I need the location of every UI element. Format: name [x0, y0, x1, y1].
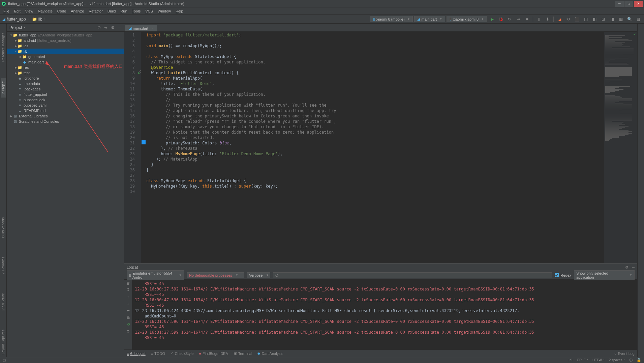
menu-analyze[interactable]: Analyze — [69, 8, 86, 14]
down-icon[interactable]: ↓ — [127, 302, 129, 306]
tree-item[interactable]: ≡flutter_app.iml — [7, 92, 124, 97]
encoding[interactable]: UTF-8 ÷ — [592, 358, 605, 362]
run-button[interactable]: ▶ — [488, 16, 496, 23]
scroll-end-icon[interactable]: ↧ — [127, 288, 130, 292]
event-log-button[interactable]: ○ Event Log — [614, 352, 635, 356]
menu-window[interactable]: Window — [156, 8, 173, 14]
indent[interactable]: 2 spaces ÷ — [609, 358, 625, 362]
menu-refactor[interactable]: Refactor — [87, 8, 105, 14]
menu-tools[interactable]: Tools — [130, 8, 143, 14]
bottom-tab[interactable]: ✓CheckStyle — [171, 351, 194, 356]
tree-item[interactable]: ≡.metadata — [7, 81, 124, 86]
sidebar-tab-project[interactable]: 1: Project — [1, 78, 6, 97]
sidebar-tab-build-variants[interactable]: Build Variants — [1, 215, 6, 241]
editor-tab-main[interactable]: ◢ main.dart × — [125, 25, 157, 31]
tree-item[interactable]: ▼📁lib — [7, 49, 124, 54]
search-button[interactable]: 🔍 — [626, 16, 633, 23]
menu-navigate[interactable]: Navigate — [36, 8, 54, 14]
lock-icon[interactable]: 🔒 — [637, 358, 641, 362]
menu-vcs[interactable]: VCS — [143, 8, 155, 14]
target-selector[interactable]: ▯ xiaomi xiaomi 8 ▼ — [447, 16, 487, 22]
debug-button[interactable]: 🐞 — [497, 16, 504, 23]
stop-button[interactable]: ■ — [523, 16, 531, 23]
wrap-icon[interactable]: ↩ — [127, 308, 130, 313]
regex-label: Regex — [560, 273, 571, 277]
sync-button[interactable]: ⟲ — [564, 16, 572, 23]
context-icon[interactable]: ⓘ — [629, 358, 633, 363]
tree-item[interactable]: ▶📁ios — [7, 43, 124, 49]
tree-item[interactable]: ▶📁generated — [7, 54, 124, 59]
tool3-button[interactable]: ⊡ — [600, 16, 607, 23]
restart-icon[interactable]: ⟲ — [127, 322, 130, 327]
menu-edit[interactable]: Edit — [12, 8, 23, 14]
profile-button[interactable]: ⟳ — [506, 16, 513, 23]
rerun-button[interactable]: ⬛ — [573, 16, 581, 23]
sidebar-tab-favorites[interactable]: 2: Favorites — [1, 254, 6, 277]
tree-item[interactable]: ≡pubspec.lock — [7, 97, 124, 103]
hide-icon[interactable]: ─ — [118, 25, 121, 30]
settings-button[interactable]: ▦ — [635, 16, 642, 23]
logcat-content[interactable]: RSSI=-4512-23 16:30:27.592 1614-1674/? E… — [132, 280, 637, 350]
project-tree[interactable]: main.dart 类是我们程序的入口 ▼📁flutter_appE:\Andr… — [7, 32, 124, 357]
bottom-tab[interactable]: ≡TODO — [151, 352, 165, 356]
tree-item[interactable]: ▶📁test — [7, 70, 124, 76]
hide-panels-icon[interactable]: ▢ — [3, 358, 6, 362]
tree-item[interactable]: ≡.packages — [7, 86, 124, 92]
tree-item[interactable]: ▶📁android[flutter_app_android] — [7, 38, 124, 43]
breadcrumb-project[interactable]: flutter_app — [7, 17, 26, 22]
menu-run[interactable]: Run — [118, 8, 129, 14]
bottom-tab[interactable]: ≡6: Logcat — [127, 352, 146, 356]
tree-item[interactable]: ▼📁flutter_appE:\Android_workplace\flutte… — [7, 32, 124, 38]
trash-icon[interactable]: 🗑 — [126, 281, 130, 285]
tree-item[interactable]: ≡pubspec.yaml — [7, 103, 124, 108]
gear-icon[interactable]: ⚙ — [126, 329, 130, 334]
print-icon[interactable]: 🖶 — [126, 315, 130, 319]
up-icon[interactable]: ↑ — [127, 295, 129, 299]
tool5-button[interactable]: ▦ — [617, 16, 624, 23]
device-selector[interactable]: ▯ xiaomi 8 (mobile) ▼ — [370, 16, 413, 22]
minimize-button[interactable]: ─ — [615, 1, 624, 7]
logcat-level-select[interactable]: Verbose ▼ — [247, 272, 270, 278]
flutter-inspector-button[interactable]: ◢ — [556, 16, 563, 23]
tree-item[interactable]: ◆.gitignore — [7, 76, 124, 81]
menu-help[interactable]: Help — [174, 8, 185, 14]
bottom-tab[interactable]: ◆Dart Analysis — [257, 351, 283, 356]
logcat-filter-select[interactable]: Show only selected application ▼ — [574, 270, 635, 280]
menu-view[interactable]: View — [23, 8, 35, 14]
sidebar-tab-layout-captures[interactable]: Layout Captures — [1, 327, 6, 357]
logcat-regex-checkbox[interactable]: Regex — [555, 273, 571, 277]
gear-icon[interactable]: ⚙ — [625, 265, 628, 270]
tree-item[interactable]: ≡README.md — [7, 108, 124, 113]
locate-icon[interactable]: ⊙ — [97, 25, 101, 30]
collapse-icon[interactable]: ⇔ — [104, 25, 108, 30]
attach-button[interactable]: ⇥ — [515, 16, 522, 23]
line-ending[interactable]: CRLF ÷ — [577, 358, 588, 362]
close-button[interactable]: ✕ — [634, 1, 643, 7]
tree-item[interactable]: ⊡Scratches and Consoles — [7, 119, 124, 124]
tree-item[interactable]: ▶⊞External Libraries — [7, 113, 124, 119]
code-minimap[interactable]: ✓ — [604, 32, 637, 263]
bottom-tab[interactable]: ●FindBugs-IDEA — [199, 352, 228, 356]
menu-file[interactable]: File — [1, 8, 11, 14]
gear-icon[interactable]: ⚙ — [111, 25, 115, 30]
run-config-selector[interactable]: ◢ main.dart ▼ — [414, 16, 445, 22]
menu-build[interactable]: Build — [105, 8, 118, 14]
sidebar-tab-structure[interactable]: 2: Structure — [1, 290, 6, 313]
logcat-process-select[interactable]: No debuggable processes ▼ — [187, 272, 244, 278]
sdk-button[interactable]: ⬇ — [544, 16, 551, 23]
chevron-down-icon[interactable]: ▼ — [23, 26, 26, 29]
close-tab-icon[interactable]: × — [152, 26, 154, 30]
avd-button[interactable]: ▯ — [535, 16, 543, 23]
menu-code[interactable]: Code — [55, 8, 68, 14]
logcat-device-select[interactable]: ▯ Emulator emulator-5554 Andro ▼ — [127, 270, 184, 280]
tool2-button[interactable]: ◧ — [591, 16, 598, 23]
tool1-button[interactable]: ◫ — [582, 16, 589, 23]
logcat-search-input[interactable]: Q- — [273, 272, 552, 278]
bottom-tab[interactable]: ▣Terminal — [234, 351, 252, 356]
maximize-button[interactable]: □ — [624, 1, 633, 7]
hide-icon[interactable]: ─ — [632, 265, 635, 270]
sidebar-tab-resource[interactable]: Resource Manager — [1, 30, 6, 64]
breadcrumb-folder[interactable]: lib — [38, 17, 42, 22]
tool4-button[interactable]: ◨ — [608, 16, 616, 23]
code-editor[interactable]: import 'package:flutter/material.dart'; … — [141, 32, 604, 263]
